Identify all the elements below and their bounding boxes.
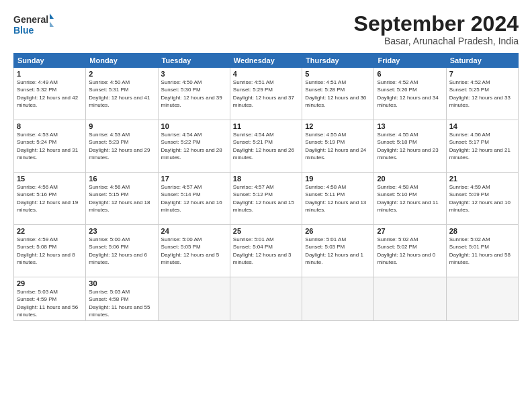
table-row: 20 Sunrise: 4:58 AMSunset: 5:10 PMDaylig… [374,173,446,225]
day-number: 22 [17,227,83,235]
day-number: 16 [89,175,154,183]
table-row: 1 Sunrise: 4:49 AMSunset: 5:32 PMDayligh… [14,68,86,120]
day-info: Sunrise: 5:01 AMSunset: 5:04 PMDaylight:… [233,236,292,265]
day-number: 17 [161,175,227,183]
header-thursday: Thursday [302,54,374,68]
day-info: Sunrise: 5:02 AMSunset: 5:01 PMDaylight:… [449,236,511,265]
table-row: 3 Sunrise: 4:50 AMSunset: 5:30 PMDayligh… [158,68,230,120]
table-row: 2 Sunrise: 4:50 AMSunset: 5:31 PMDayligh… [86,68,158,120]
day-number: 2 [89,70,154,78]
day-number: 9 [89,122,154,130]
day-info: Sunrise: 4:58 AMSunset: 5:10 PMDaylight:… [377,184,438,213]
table-row: 5 Sunrise: 4:51 AMSunset: 5:28 PMDayligh… [302,68,374,120]
table-row: 12 Sunrise: 4:55 AMSunset: 5:19 PMDaylig… [302,120,374,173]
table-row [446,277,518,321]
day-info: Sunrise: 5:01 AMSunset: 5:03 PMDaylight:… [305,236,363,265]
day-number: 21 [449,175,515,183]
day-number: 23 [89,227,154,235]
table-row: 17 Sunrise: 4:57 AMSunset: 5:14 PMDaylig… [158,173,230,225]
day-number: 1 [17,70,83,78]
day-info: Sunrise: 5:02 AMSunset: 5:02 PMDaylight:… [377,236,435,265]
day-info: Sunrise: 4:56 AMSunset: 5:15 PMDaylight:… [89,184,150,213]
day-number: 28 [449,227,515,235]
day-number: 27 [377,227,443,235]
day-info: Sunrise: 4:57 AMSunset: 5:12 PMDaylight:… [233,184,294,213]
day-info: Sunrise: 4:59 AMSunset: 5:08 PMDaylight:… [17,236,75,265]
day-number: 10 [161,122,227,130]
subtitle: Basar, Arunachal Pradesh, India [354,36,519,46]
day-info: Sunrise: 5:00 AMSunset: 5:05 PMDaylight:… [161,236,220,265]
day-number: 14 [449,122,515,130]
day-number: 5 [305,70,371,78]
logo-svg: General Blue [13,12,54,38]
table-row: 28 Sunrise: 5:02 AMSunset: 5:01 PMDaylig… [446,225,518,277]
table-row: 27 Sunrise: 5:02 AMSunset: 5:02 PMDaylig… [374,225,446,277]
table-row: 14 Sunrise: 4:56 AMSunset: 5:17 PMDaylig… [446,120,518,173]
day-number: 20 [377,175,443,183]
weekday-header-row: Sunday Monday Tuesday Wednesday Thursday… [14,54,519,68]
header-wednesday: Wednesday [230,54,302,68]
table-row: 11 Sunrise: 4:54 AMSunset: 5:21 PMDaylig… [230,120,302,173]
day-number: 6 [377,70,443,78]
day-number: 29 [17,279,83,287]
table-row: 4 Sunrise: 4:51 AMSunset: 5:29 PMDayligh… [230,68,302,120]
day-number: 12 [305,122,371,130]
day-info: Sunrise: 5:03 AMSunset: 4:58 PMDaylight:… [89,289,150,318]
svg-text:General: General [13,14,48,25]
header-monday: Monday [86,54,158,68]
day-number: 18 [233,175,299,183]
day-info: Sunrise: 4:50 AMSunset: 5:30 PMDaylight:… [161,79,222,108]
table-row: 23 Sunrise: 5:00 AMSunset: 5:06 PMDaylig… [86,225,158,277]
day-info: Sunrise: 4:49 AMSunset: 5:32 PMDaylight:… [17,79,78,108]
table-row: 19 Sunrise: 4:58 AMSunset: 5:11 PMDaylig… [302,173,374,225]
day-info: Sunrise: 4:57 AMSunset: 5:14 PMDaylight:… [161,184,222,213]
table-row [230,277,302,321]
day-number: 7 [449,70,515,78]
day-info: Sunrise: 4:52 AMSunset: 5:25 PMDaylight:… [449,79,511,108]
day-number: 30 [89,279,154,287]
logo: General Blue [13,12,54,38]
table-row: 22 Sunrise: 4:59 AMSunset: 5:08 PMDaylig… [14,225,86,277]
svg-marker-2 [50,13,54,19]
table-row: 6 Sunrise: 4:52 AMSunset: 5:26 PMDayligh… [374,68,446,120]
table-row [158,277,230,321]
day-number: 3 [161,70,227,78]
header-sunday: Sunday [14,54,86,68]
day-number: 15 [17,175,83,183]
table-row: 30 Sunrise: 5:03 AMSunset: 4:58 PMDaylig… [86,277,158,321]
day-info: Sunrise: 5:00 AMSunset: 5:06 PMDaylight:… [89,236,147,265]
day-info: Sunrise: 5:03 AMSunset: 4:59 PMDaylight:… [17,289,78,318]
day-info: Sunrise: 4:54 AMSunset: 5:21 PMDaylight:… [233,132,294,161]
table-row: 16 Sunrise: 4:56 AMSunset: 5:15 PMDaylig… [86,173,158,225]
day-info: Sunrise: 4:51 AMSunset: 5:29 PMDaylight:… [233,79,294,108]
day-number: 26 [305,227,371,235]
title-block: September 2024 Basar, Arunachal Pradesh,… [354,12,519,46]
day-info: Sunrise: 4:52 AMSunset: 5:26 PMDaylight:… [377,79,438,108]
day-info: Sunrise: 4:50 AMSunset: 5:31 PMDaylight:… [89,79,150,108]
day-info: Sunrise: 4:56 AMSunset: 5:17 PMDaylight:… [449,132,511,161]
day-number: 13 [377,122,443,130]
table-row: 24 Sunrise: 5:00 AMSunset: 5:05 PMDaylig… [158,225,230,277]
table-row: 25 Sunrise: 5:01 AMSunset: 5:04 PMDaylig… [230,225,302,277]
main-title: September 2024 [354,12,519,36]
table-row: 15 Sunrise: 4:56 AMSunset: 5:16 PMDaylig… [14,173,86,225]
day-number: 4 [233,70,299,78]
day-number: 19 [305,175,371,183]
day-info: Sunrise: 4:56 AMSunset: 5:16 PMDaylight:… [17,184,78,213]
table-row: 8 Sunrise: 4:53 AMSunset: 5:24 PMDayligh… [14,120,86,173]
day-info: Sunrise: 4:58 AMSunset: 5:11 PMDaylight:… [305,184,366,213]
day-number: 24 [161,227,227,235]
day-info: Sunrise: 4:55 AMSunset: 5:19 PMDaylight:… [305,132,366,161]
table-row [302,277,374,321]
svg-text:Blue: Blue [13,25,34,36]
table-row: 10 Sunrise: 4:54 AMSunset: 5:22 PMDaylig… [158,120,230,173]
day-number: 25 [233,227,299,235]
header-tuesday: Tuesday [158,54,230,68]
table-row [374,277,446,321]
day-info: Sunrise: 4:53 AMSunset: 5:24 PMDaylight:… [17,132,78,161]
table-row: 18 Sunrise: 4:57 AMSunset: 5:12 PMDaylig… [230,173,302,225]
table-row: 29 Sunrise: 5:03 AMSunset: 4:59 PMDaylig… [14,277,86,321]
day-info: Sunrise: 4:54 AMSunset: 5:22 PMDaylight:… [161,132,222,161]
page: General Blue September 2024 Basar, Aruna… [0,0,532,411]
day-number: 11 [233,122,299,130]
